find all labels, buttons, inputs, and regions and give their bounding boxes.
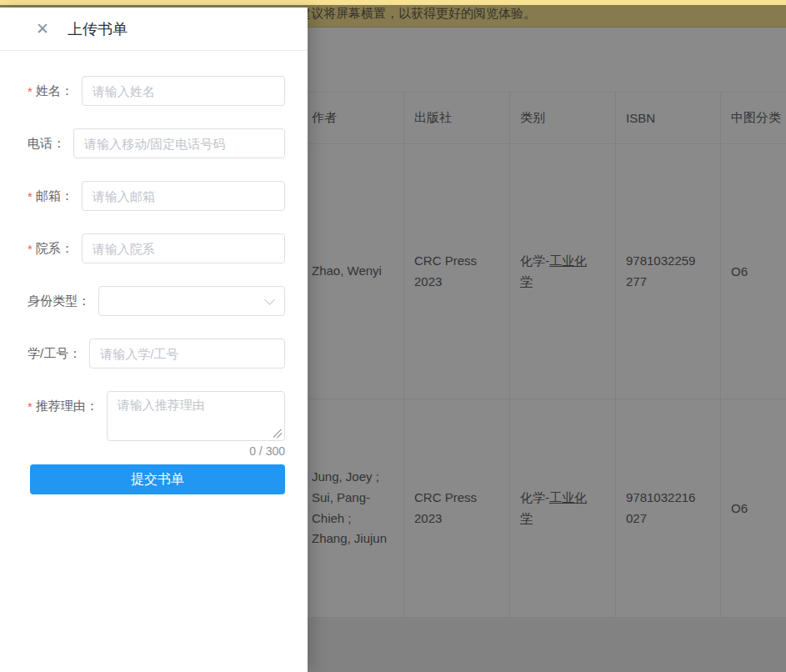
required-asterisk: * [28,242,33,256]
department-input[interactable] [82,233,285,263]
student-id-input[interactable] [89,339,285,369]
email-input[interactable] [82,181,285,211]
upload-booklist-drawer: ✕ 上传书单 * 姓名： 电话： * 邮箱： [0,8,308,672]
email-label: * 邮箱： [28,188,73,204]
required-asterisk: * [28,84,33,98]
student-id-field-row: 学/工号： [28,339,285,369]
submit-booklist-button[interactable]: 提交书单 [30,464,285,494]
drawer-title: 上传书单 [68,19,128,39]
department-field-row: * 院系： [28,233,285,263]
reason-textarea-wrap [107,391,285,441]
reason-label: * 推荐理由： [28,399,98,414]
name-input[interactable] [82,76,285,106]
required-asterisk: * [28,189,33,203]
student-id-label: 学/工号： [28,346,81,362]
upload-booklist-form: * 姓名： 电话： * 邮箱： * [0,51,308,494]
identity-type-label: 身份类型： [28,293,90,309]
reason-textarea[interactable] [107,391,285,441]
resize-handle-icon[interactable] [273,429,282,438]
name-field-row: * 姓名： [28,76,285,106]
identity-type-select[interactable] [98,286,285,316]
required-asterisk: * [28,399,33,414]
identity-type-field-row: 身份类型： [28,286,285,316]
identity-type-value[interactable] [98,286,285,316]
reason-field-row: * 推荐理由： [28,391,285,441]
char-counter: 0 / 300 [28,444,285,458]
phone-field-row: 电话： [28,128,285,158]
phone-input[interactable] [73,128,285,158]
email-field-row: * 邮箱： [28,181,285,211]
close-icon[interactable]: ✕ [36,21,49,37]
name-label: * 姓名： [28,83,73,99]
phone-label: 电话： [28,136,65,152]
department-label: * 院系： [28,241,73,257]
app-canvas: 建议将屏幕横置，以获得更好的阅览体验。 作者 出版社 类别 ISBN 中图分类 … [0,0,786,672]
drawer-header: ✕ 上传书单 [0,8,308,51]
